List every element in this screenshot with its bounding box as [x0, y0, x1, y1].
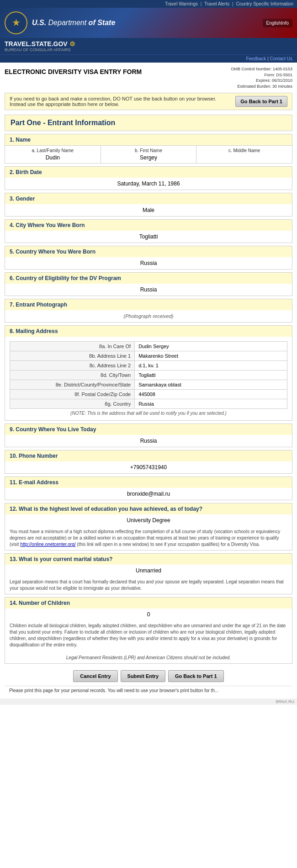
section-country-live: 9. Country Where You Live Today Russia: [5, 423, 292, 447]
marital-info: Legal separation means that a court has …: [5, 577, 292, 594]
omb-info: OMB Control Number: 1405-0153 Form: DS-5…: [231, 66, 292, 89]
main-content: ELECTRONIC DIVERSITY VISA ENTRY FORM OMB…: [0, 63, 297, 699]
section-marital: 13. What is your current marital status?…: [5, 553, 292, 594]
section-country-born: 5. Country Where You Were Born Russia: [5, 246, 292, 270]
middle-name-value: [200, 154, 288, 161]
section-country-live-header: 9. Country Where You Live Today: [5, 424, 292, 435]
address-field-label: 8g. Country: [10, 399, 135, 409]
section-email: 11. E-mail Address bronxide@mail.ru: [5, 476, 292, 500]
country-eligibility-value: Russia: [5, 284, 292, 296]
name-row: a. Last/Family Name Dudin b. First Name …: [5, 145, 292, 163]
children-value: 0: [5, 609, 292, 620]
bottom-buttons: Cancel Entry Submit Entry Go Back to Par…: [5, 667, 292, 686]
address-field-label: 8b. Address Line 1: [10, 351, 135, 361]
section-phone-header: 10. Phone Number: [5, 450, 292, 461]
phone-value: +79057431940: [5, 461, 292, 473]
last-name-label: a. Last/Family Name: [9, 148, 97, 153]
section-name-header: 1. Name: [5, 134, 292, 145]
part-title: Part One - Entrant Information: [11, 119, 286, 127]
warning-text: If you need to go back and make a correc…: [10, 96, 231, 107]
go-back-bottom-button[interactable]: Go Back to Part 1: [168, 670, 224, 682]
address-row: 8e. District/County/Province/StateSamars…: [10, 380, 287, 390]
section-education: 12. What is the highest level of educati…: [5, 503, 292, 550]
department-name: U.S. Department of State: [32, 19, 115, 27]
education-info: You must have a minimum of a high school…: [5, 526, 292, 550]
language-selector[interactable]: EnglishInfo: [263, 19, 292, 27]
print-note: Please print this page for your personal…: [5, 686, 292, 695]
country-born-value: Russia: [5, 257, 292, 269]
submit-entry-button[interactable]: Submit Entry: [121, 670, 165, 682]
travel-warnings-link[interactable]: Travel Warnings: [165, 1, 198, 6]
address-row: 8c. Address Line 2d.1, kv. 1: [10, 361, 287, 370]
section-gender-header: 3. Gender: [5, 193, 292, 204]
section-name: 1. Name a. Last/Family Name Dudin b. Fir…: [5, 134, 292, 164]
section-phone: 10. Phone Number +79057431940: [5, 450, 292, 474]
section-email-header: 11. E-mail Address: [5, 477, 292, 488]
address-row: 8a. In Care OfDudin Sergey: [10, 342, 287, 351]
middle-name-label: c. Middle Name: [200, 148, 288, 153]
section-country-eligibility-header: 6. Country of Eligibility for the DV Pro…: [5, 273, 292, 284]
onet-link[interactable]: http://online.onetcenter.org/: [20, 542, 75, 547]
travel-logo: TRAVEL.STATE.GOV ⚙: [5, 40, 75, 48]
department-seal: ★: [5, 11, 27, 34]
birth-date-value: Saturday, March 11, 1986: [5, 178, 292, 190]
address-field-label: 8c. Address Line 2: [10, 361, 135, 370]
section-marital-header: 13. What is your current marital status?: [5, 554, 292, 565]
address-field-value: Samarskaya oblast: [135, 380, 287, 390]
photograph-value: (Photograph received): [5, 310, 292, 322]
address-field-value: Makarenko Street: [135, 351, 287, 361]
address-field-label: 8f. Postal Code/Zip Code: [10, 390, 135, 399]
mailing-note: (NOTE: This is the address that will be …: [10, 409, 287, 418]
city-born-value: Togliatti: [5, 231, 292, 243]
address-field-value: Togliatti: [135, 370, 287, 380]
form-header: ELECTRONIC DIVERSITY VISA ENTRY FORM OMB…: [5, 66, 292, 89]
watermark: BRNX.RU: [0, 699, 297, 705]
gender-value: Male: [5, 204, 292, 216]
section-country-eligibility: 6. Country of Eligibility for the DV Pro…: [5, 272, 292, 296]
address-field-label: 8e. District/County/Province/State: [10, 380, 135, 390]
form-title: ELECTRONIC DIVERSITY VISA ENTRY FORM: [5, 66, 142, 75]
travel-alerts-link[interactable]: Travel Alerts: [204, 1, 229, 6]
travel-logo-area: TRAVEL.STATE.GOV ⚙ BUREAU OF CONSULAR AF…: [5, 40, 75, 52]
section-children-header: 14. Number of Children: [5, 598, 292, 609]
section-birth-date: 2. Birth Date Saturday, March 11, 1986: [5, 166, 292, 190]
go-back-top-button[interactable]: Go Back to Part 1: [235, 96, 287, 107]
section-photograph-header: 7. Entrant Photograph: [5, 299, 292, 310]
address-field-value: Dudin Sergey: [135, 342, 287, 351]
address-row: 8f. Postal Code/Zip Code445008: [10, 390, 287, 399]
last-name-value: Dudin: [9, 154, 97, 161]
site-header: ★ U.S. Department of State EnglishInfo: [0, 8, 297, 38]
first-name-label: b. First Name: [105, 148, 193, 153]
address-field-label: 8a. In Care Of: [10, 342, 135, 351]
country-live-value: Russia: [5, 435, 292, 447]
address-table: 8a. In Care OfDudin Sergey8b. Address Li…: [10, 341, 287, 409]
country-info-link[interactable]: Country Specific Information: [236, 1, 293, 6]
section-mailing: 8. Mailing Address 8a. In Care OfDudin S…: [5, 325, 292, 421]
section-children: 14. Number of Children 0 Children includ…: [5, 597, 292, 664]
children-info2: Legal Permanent Residents (LPR) and Amer…: [5, 652, 292, 663]
address-row: 8d. City/TownTogliatti: [10, 370, 287, 380]
top-navigation: Travel Warnings | Travel Alerts | Countr…: [0, 0, 297, 8]
address-field-label: 8d. City/Town: [10, 370, 135, 380]
section-gender: 3. Gender Male: [5, 193, 292, 217]
address-field-value: Russia: [135, 399, 287, 409]
section-birth-date-header: 2. Birth Date: [5, 167, 292, 178]
warning-box: If you need to go back and make a correc…: [5, 93, 292, 110]
middle-name-cell: c. Middle Name: [196, 146, 292, 163]
section-photograph: 7. Entrant Photograph (Photograph receiv…: [5, 299, 292, 323]
section-city-born-header: 4. City Where You Were Born: [5, 220, 292, 231]
cancel-entry-button[interactable]: Cancel Entry: [73, 670, 117, 682]
feedback-link[interactable]: Feedback: [246, 56, 266, 61]
mailing-content: 8a. In Care OfDudin Sergey8b. Address Li…: [5, 337, 292, 420]
travel-bar: TRAVEL.STATE.GOV ⚙ BUREAU OF CONSULAR AF…: [0, 38, 297, 54]
address-field-value: 445008: [135, 390, 287, 399]
email-value: bronxide@mail.ru: [5, 488, 292, 500]
first-name-cell: b. First Name Sergey: [101, 146, 197, 163]
contact-us-link[interactable]: Contact Us: [270, 56, 292, 61]
marital-value: Unmarried: [5, 565, 292, 577]
feedback-bar: Feedback | Contact Us: [0, 54, 297, 63]
section-city-born: 4. City Where You Were Born Togliatti: [5, 219, 292, 243]
bureau-label: BUREAU OF CONSULAR AFFAIRS: [5, 48, 75, 52]
gear-icon: ⚙: [69, 40, 75, 48]
children-info1: Children include all biological children…: [5, 620, 292, 651]
